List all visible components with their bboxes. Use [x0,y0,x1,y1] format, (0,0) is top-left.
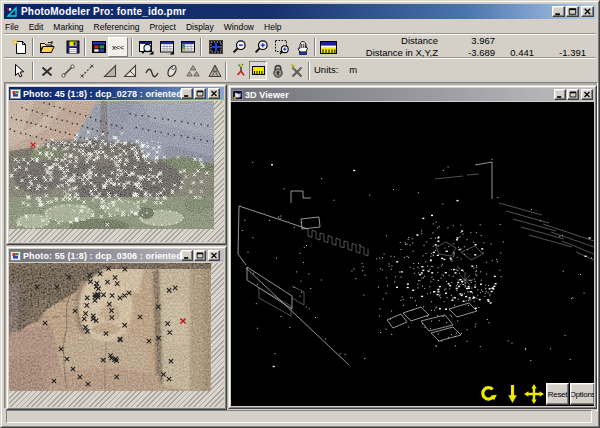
photo2-close-button-glyph [209,250,219,261]
menu-file[interactable]: File [5,21,24,33]
move-arrows-icon [524,384,544,404]
wireframe-3d-view[interactable] [231,102,594,406]
photo1-window-icon [10,89,21,99]
toolbar-separator [200,38,202,56]
window-inner-frame: 3D Viewer Reset Options [229,86,596,408]
viewer-pan-tool[interactable] [524,384,544,404]
app-minimize-button-glyph [553,6,564,17]
app-maximize-button[interactable] [566,6,579,17]
photomodeler-window: PhotoModeler Pro: fonte_ido.pmr File Edi… [0,0,600,428]
menu-display[interactable]: Display [181,21,219,33]
photo1-area[interactable] [9,101,214,229]
open-photos-button[interactable] [88,36,110,58]
app-close-button[interactable] [581,6,594,17]
idealize-button[interactable] [286,60,308,82]
photo2-title: Photo: 55 (1:8) : dcp_0306 : oriented [23,251,182,261]
zoom-area-button[interactable] [271,36,293,58]
surface-filled-button[interactable] [99,60,121,82]
mark-line-icon [60,63,76,79]
viewer-minimize-button[interactable] [554,89,566,100]
menu-help[interactable]: Help [259,21,286,33]
point-table-icon [159,39,175,55]
menu-window[interactable]: Window [219,21,259,33]
save-icon [65,39,81,55]
distance-label: Distance [301,35,438,46]
mark-curve-icon [144,63,160,79]
subpixel-toggle-button-label: x<< [112,43,124,52]
photo1-maximize-button[interactable] [194,88,206,99]
surface-mesh-button[interactable] [204,60,226,82]
menu-edit[interactable]: Edit [24,21,49,33]
photo1-maximize-button-glyph [195,88,205,99]
photo2-controls [180,250,220,261]
measure-mode-button[interactable] [249,61,267,80]
photo1-minimize-button-glyph [182,88,192,99]
lock-icon [270,63,286,79]
point-table-button[interactable] [156,36,178,58]
menu-marking[interactable]: Marking [48,21,88,33]
zoom-out-button[interactable] [228,36,250,58]
photo1-window[interactable]: Photo: 45 (1:8) : dcp_0278 : oriented [6,84,227,245]
photo2-maximize-button-glyph [195,250,205,261]
photo1-close-button[interactable] [208,88,220,99]
units-label: Units: [314,64,338,75]
window-inner-frame: Photo: 55 (1:8) : dcp_0306 : oriented [7,247,226,409]
photo2-window-icon [10,251,21,261]
reset-button[interactable]: Reset [546,383,569,405]
viewer-close-button[interactable] [581,89,593,100]
menu-referencing[interactable]: Referencing [89,21,145,33]
open-project-button[interactable] [36,36,58,58]
distance-x-value: -3.689 [438,47,495,58]
viewer-close-button-glyph [582,89,592,100]
photo2-window[interactable]: Photo: 55 (1:8) : dcp_0306 : oriented [6,246,227,410]
menu-project[interactable]: Project [144,21,180,33]
distance-z-value: -1.391 [534,47,586,58]
app-maximize-button-glyph [567,6,578,17]
axes-figure-icon [233,63,249,79]
photo1-markers [9,101,214,229]
mark-point-icon [39,63,55,79]
photo2-maximize-button[interactable] [194,250,206,261]
photo2-minimize-button[interactable] [181,250,193,261]
subpixel-toggle-button[interactable]: x<< [108,37,128,57]
viewer-maximize-button-glyph [568,89,578,100]
toolbar-separator [32,38,34,56]
viewer-titlebar[interactable]: 3D Viewer [231,88,594,101]
viewer-window[interactable]: 3D Viewer Reset Options [228,85,597,409]
select-button[interactable] [8,60,30,82]
viewer-zoom-tool[interactable] [508,385,517,403]
viewer-content[interactable]: Reset Options [231,102,594,406]
fit-photo-button[interactable] [205,36,227,58]
viewer-maximize-button[interactable] [567,89,579,100]
app-minimize-button[interactable] [552,6,565,17]
zoom-in-button[interactable] [250,36,272,58]
window-inner-frame: Photo: 45 (1:8) : dcp_0278 : oriented [7,85,226,244]
photo2-area[interactable] [9,263,211,391]
new-project-button[interactable] [9,36,31,58]
mark-polyline-button[interactable] [76,60,98,82]
viewer-window-icon [232,90,243,100]
mark-cylinder-button[interactable] [161,60,183,82]
zoom-photo-button[interactable] [135,36,157,58]
distance-xyz-label: Distance in X,Y,Z [301,47,438,58]
toolbar-separator [84,38,86,56]
photo1-controls [180,88,220,99]
save-project-button[interactable] [62,36,84,58]
photo2-close-button[interactable] [208,250,220,261]
point-table-colored-button[interactable] [177,36,199,58]
mark-curve-button[interactable] [141,60,163,82]
photo1-minimize-button[interactable] [181,88,193,99]
point-table-colored-icon [180,39,196,55]
mark-cylinder-icon [164,63,180,79]
photo2-titlebar[interactable]: Photo: 55 (1:8) : dcp_0306 : oriented [9,249,224,262]
photo1-titlebar[interactable]: Photo: 45 (1:8) : dcp_0278 : oriented [9,87,224,100]
photo1-content [9,101,224,242]
mark-point-button[interactable] [36,60,58,82]
viewer-rotate-tool[interactable] [480,386,497,402]
surface-fan-button[interactable] [182,60,204,82]
surface-outline-button[interactable] [119,60,141,82]
viewer-controls [553,89,593,100]
viewer-title: 3D Viewer [245,90,289,100]
options-button[interactable]: Options [570,383,594,405]
mdi-client: 3D Viewer Reset Options Photo: 45 (1:8) … [4,82,598,411]
